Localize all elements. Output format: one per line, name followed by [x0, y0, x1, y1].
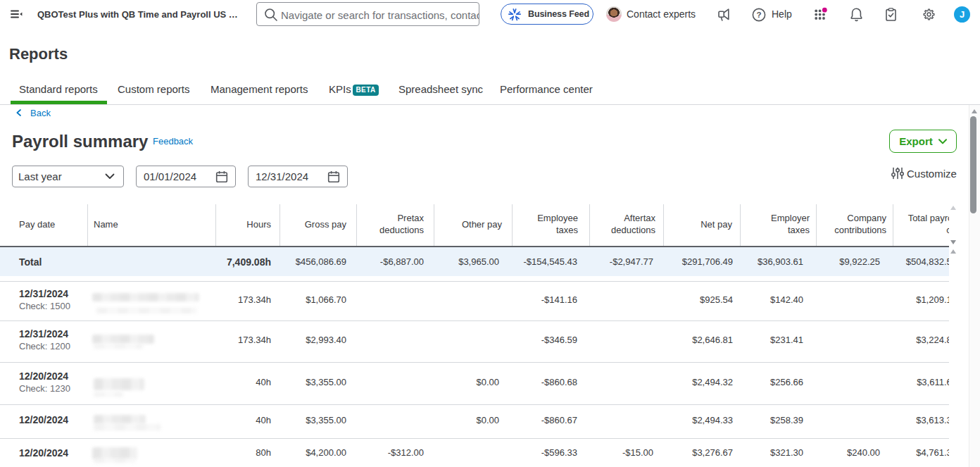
svg-text:?: ? [756, 11, 761, 19]
